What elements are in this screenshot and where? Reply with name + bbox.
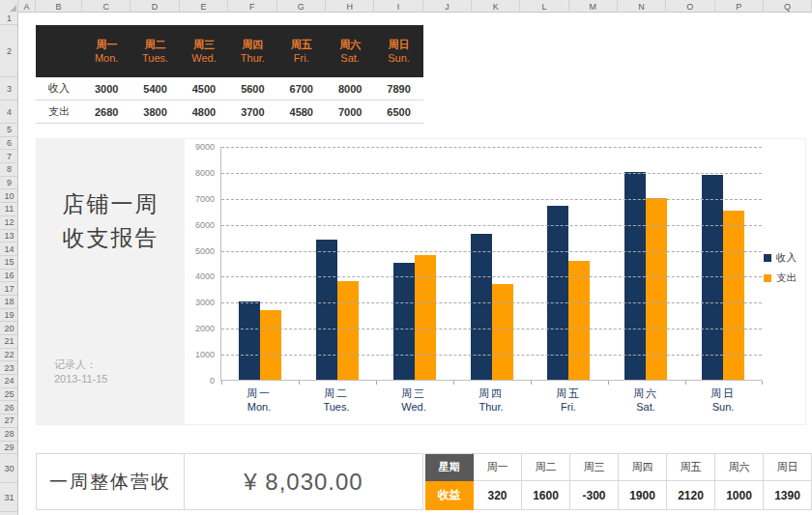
column-header-p[interactable]: P <box>715 0 764 13</box>
summary-value-cell[interactable]: ¥ 8,030.00 <box>185 454 422 509</box>
row-header-18[interactable]: 18 <box>0 296 18 309</box>
income-bar-4[interactable] <box>471 234 492 380</box>
day-header-cell-1[interactable]: 周一Mon. <box>82 25 130 77</box>
weekday-corner-cell[interactable]: 星期 <box>425 453 474 481</box>
income-cell-4[interactable]: 5600 <box>228 77 276 100</box>
weekday-header-cell-6[interactable]: 周六 <box>715 453 764 481</box>
row-header-26[interactable]: 26 <box>0 401 18 415</box>
expense-cell-1[interactable]: 2680 <box>82 100 130 123</box>
row-header-9[interactable]: 9 <box>0 177 18 190</box>
weekday-header-cell-7[interactable]: 周日 <box>764 453 812 481</box>
expense-cell-7[interactable]: 6500 <box>374 100 422 123</box>
row-header-25[interactable]: 25 <box>0 388 18 402</box>
profit-cell-3[interactable]: -300 <box>570 481 619 510</box>
expense-label-cell[interactable]: 支出 <box>36 100 82 123</box>
day-header-cell-4[interactable]: 周四Thur. <box>228 25 276 77</box>
profit-cell-1[interactable]: 320 <box>474 481 522 510</box>
expense-cell-5[interactable]: 4580 <box>277 100 326 123</box>
row-header-22[interactable]: 22 <box>0 349 18 362</box>
income-cell-2[interactable]: 5400 <box>130 77 179 100</box>
row-header-13[interactable]: 13 <box>0 230 18 243</box>
select-all-corner[interactable] <box>0 0 18 13</box>
row-header-30[interactable]: 30 <box>0 454 18 483</box>
day-header-cell-5[interactable]: 周五Fri. <box>277 25 326 77</box>
day-header-cell-6[interactable]: 周六Sat. <box>326 25 374 77</box>
income-bar-1[interactable] <box>239 301 260 380</box>
income-bar-5[interactable] <box>547 206 568 380</box>
row-header-19[interactable]: 19 <box>0 309 18 323</box>
income-cell-1[interactable]: 3000 <box>82 77 130 100</box>
column-header-i[interactable]: I <box>374 0 422 13</box>
row-header-23[interactable]: 23 <box>0 361 18 375</box>
weekday-header-cell-4[interactable]: 周四 <box>619 453 667 481</box>
income-bar-6[interactable] <box>624 172 646 380</box>
expense-cell-2[interactable]: 3800 <box>130 100 179 123</box>
column-header-j[interactable]: J <box>423 0 472 13</box>
row-header-17[interactable]: 17 <box>0 282 18 296</box>
row-header-5[interactable]: 5 <box>0 124 18 137</box>
row-header-20[interactable]: 20 <box>0 322 18 335</box>
column-header-l[interactable]: L <box>520 0 568 13</box>
row-header-15[interactable]: 15 <box>0 256 18 270</box>
column-header-o[interactable]: O <box>666 0 714 13</box>
row-header-24[interactable]: 24 <box>0 375 18 388</box>
profit-cell-5[interactable]: 2120 <box>667 481 715 510</box>
income-cell-6[interactable]: 8000 <box>326 77 374 100</box>
column-header-n[interactable]: N <box>618 0 666 13</box>
expense-cell-3[interactable]: 4800 <box>180 100 228 123</box>
row-header-10[interactable]: 10 <box>0 189 18 203</box>
row-header-7[interactable]: 7 <box>0 150 18 163</box>
weekday-header-cell-5[interactable]: 周五 <box>667 453 715 481</box>
row-header-28[interactable]: 28 <box>0 428 18 442</box>
income-label-cell[interactable]: 收入 <box>36 77 82 100</box>
row-header-12[interactable]: 12 <box>0 216 18 230</box>
day-header-spacer-cell[interactable] <box>36 25 82 77</box>
bar-chart[interactable]: 周一Mon.周二Tues.周三Wed.周四Thur.周五Fri.周六Sat.周日… <box>185 139 805 424</box>
column-header-c[interactable]: C <box>82 0 130 13</box>
day-header-cell-2[interactable]: 周二Tues. <box>130 25 179 77</box>
profit-cell-7[interactable]: 1390 <box>764 481 812 510</box>
income-cell-5[interactable]: 6700 <box>277 77 326 100</box>
profit-cell-6[interactable]: 1000 <box>715 481 764 510</box>
column-header-g[interactable]: G <box>277 0 326 13</box>
income-cell-7[interactable]: 7890 <box>374 77 422 100</box>
profit-label-cell[interactable]: 收益 <box>425 481 474 510</box>
column-header-k[interactable]: K <box>472 0 520 13</box>
column-header-d[interactable]: D <box>130 0 179 13</box>
row-header-16[interactable]: 16 <box>0 270 18 283</box>
expense-bar-3[interactable] <box>415 255 436 380</box>
column-header-h[interactable]: H <box>326 0 374 13</box>
weekday-header-cell-1[interactable]: 周一 <box>474 453 522 481</box>
summary-label-cell[interactable]: 一周整体营收 <box>37 454 185 509</box>
legend-item-expense[interactable]: 支出 <box>764 272 797 285</box>
income-bar-3[interactable] <box>393 263 415 380</box>
expense-bar-1[interactable] <box>260 310 281 380</box>
row-header-31[interactable]: 31 <box>0 483 18 512</box>
row-header-2[interactable]: 2 <box>0 25 18 77</box>
expense-bar-4[interactable] <box>492 284 513 380</box>
row-header-3[interactable]: 3 <box>0 77 18 100</box>
row-header-6[interactable]: 6 <box>0 137 18 151</box>
row-header-8[interactable]: 8 <box>0 163 18 177</box>
expense-bar-2[interactable] <box>337 281 359 380</box>
column-header-m[interactable]: M <box>569 0 618 13</box>
income-cell-3[interactable]: 4500 <box>180 77 228 100</box>
row-header-27[interactable]: 27 <box>0 415 18 428</box>
column-header-f[interactable]: F <box>228 0 276 13</box>
day-header-cell-3[interactable]: 周三Wed. <box>180 25 228 77</box>
row-header-14[interactable]: 14 <box>0 243 18 256</box>
column-header-b[interactable]: B <box>36 0 82 13</box>
day-header-cell-7[interactable]: 周日Sun. <box>374 25 422 77</box>
legend-item-income[interactable]: 收入 <box>764 251 797 265</box>
row-header-21[interactable]: 21 <box>0 335 18 349</box>
expense-cell-4[interactable]: 3700 <box>228 100 276 123</box>
expense-cell-6[interactable]: 7000 <box>326 100 374 123</box>
chart-legend[interactable]: 收入支出 <box>764 251 797 292</box>
profit-cell-2[interactable]: 1600 <box>522 481 570 510</box>
expense-bar-5[interactable] <box>568 261 590 380</box>
column-header-e[interactable]: E <box>180 0 228 13</box>
weekday-header-cell-3[interactable]: 周三 <box>570 453 619 481</box>
row-header-4[interactable]: 4 <box>0 100 18 124</box>
column-header-a[interactable]: A <box>18 0 36 13</box>
row-header-11[interactable]: 11 <box>0 203 18 216</box>
